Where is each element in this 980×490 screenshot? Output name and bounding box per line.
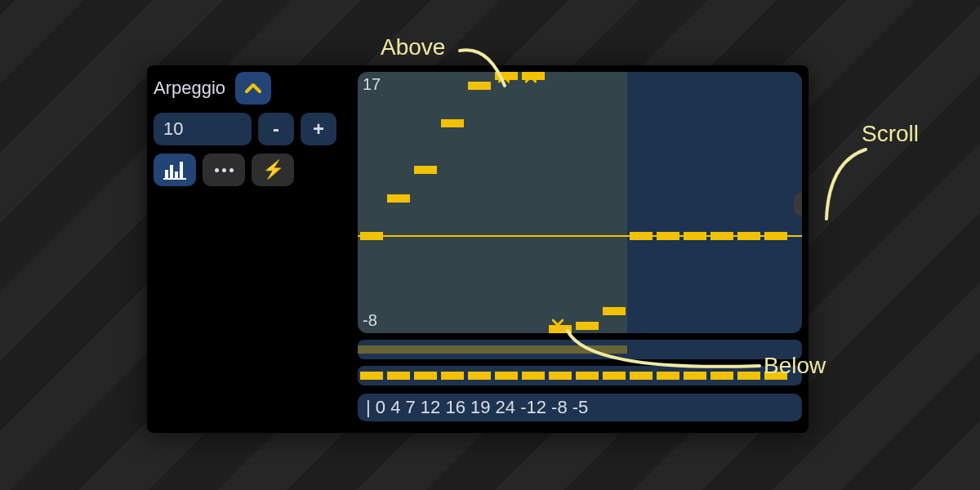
bolt-button[interactable]: ⚡ [252, 154, 294, 186]
step-bar[interactable] [737, 232, 760, 240]
callout-below: Below [764, 353, 826, 379]
step-count-input[interactable]: 10 [154, 113, 252, 145]
value-text-bar[interactable]: | 0 4 7 12 16 19 24 -12 -8 -5 [358, 394, 802, 421]
active-region-shade [358, 72, 627, 333]
overview-seg [495, 372, 518, 380]
step-bar[interactable] [764, 232, 787, 240]
overview-seg [468, 372, 491, 380]
overview-seg [441, 372, 464, 380]
collapse-button[interactable] [235, 72, 271, 105]
overview-seg [360, 372, 383, 380]
chevron-up-icon [245, 82, 261, 94]
step-bar[interactable] [414, 166, 437, 174]
step-bar[interactable] [441, 119, 464, 127]
overview-seg [387, 372, 410, 380]
step-bar[interactable] [630, 232, 653, 240]
step-count-value: 10 [163, 118, 183, 140]
step-bar[interactable] [710, 232, 733, 240]
y-axis-top-label: 17 [363, 75, 381, 94]
increment-button[interactable]: + [301, 113, 336, 145]
bar-graph[interactable]: 17 -8 [358, 72, 802, 333]
overview-seg [414, 372, 437, 380]
more-button[interactable] [203, 154, 245, 186]
value-text: | 0 4 7 12 16 19 24 -12 -8 -5 [366, 397, 588, 418]
bolt-icon: ⚡ [262, 159, 284, 180]
step-bar[interactable] [360, 232, 383, 240]
step-bar[interactable] [684, 232, 706, 240]
zero-line [358, 235, 802, 237]
callout-below-arrow [564, 327, 768, 384]
callout-above: Above [381, 34, 445, 60]
step-bar[interactable] [603, 307, 626, 315]
more-icon [215, 168, 234, 172]
decrement-button[interactable]: - [258, 113, 294, 145]
bars-view-button[interactable] [154, 154, 196, 186]
scroll-handle[interactable] [794, 193, 802, 216]
bar-chart-icon [165, 162, 185, 178]
step-bar[interactable] [387, 194, 410, 203]
callout-scroll: Scroll [862, 121, 919, 147]
overflow-below-caret [552, 318, 564, 327]
y-axis-bottom-label: -8 [363, 311, 377, 330]
panel-title: Arpeggio [154, 78, 225, 99]
step-bar[interactable] [657, 232, 679, 240]
callout-scroll-arrow [817, 145, 874, 227]
overview-seg [522, 372, 545, 380]
callout-above-arrow [456, 41, 529, 90]
controls-column: Arpeggio 10 - + ⚡ [154, 72, 350, 194]
